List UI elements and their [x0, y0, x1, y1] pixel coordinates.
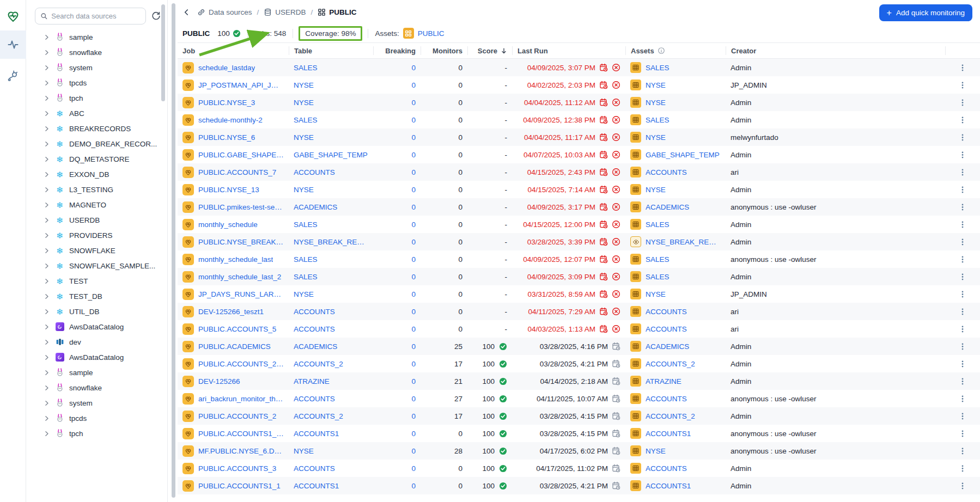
- job-link[interactable]: DEV-125266_teszt1: [198, 308, 264, 316]
- row-menu-button[interactable]: [950, 394, 975, 403]
- col-breaking[interactable]: Breaking: [373, 46, 421, 55]
- asset-link[interactable]: ACCOUNTS: [646, 325, 687, 333]
- asset-link[interactable]: ACADEMICS: [646, 203, 689, 211]
- breaking-count[interactable]: 0: [411, 377, 416, 385]
- job-link[interactable]: PUBLIC.NYSE_3: [198, 99, 255, 107]
- table-link[interactable]: ATRAZINE: [294, 377, 330, 385]
- row-menu-button[interactable]: [950, 220, 975, 229]
- job-link[interactable]: PUBLIC.ACCOUNTS_2_1: [198, 360, 284, 368]
- cancel-circle-icon[interactable]: [612, 115, 620, 124]
- breaking-count[interactable]: 0: [411, 64, 416, 72]
- row-menu-button[interactable]: [950, 325, 975, 334]
- job-link[interactable]: JP_POSTMAN_API_JOB_...: [198, 81, 284, 89]
- asset-link[interactable]: SALES: [646, 273, 669, 281]
- nav-integrations-icon[interactable]: [0, 62, 26, 90]
- sidebar-item-test[interactable]: ❄TEST: [26, 273, 167, 289]
- job-link[interactable]: PUBLIC.NYSE_BREAK_RE...: [198, 238, 284, 246]
- breaking-count[interactable]: 0: [411, 81, 416, 89]
- sidebar-item-dev[interactable]: dev: [26, 334, 167, 350]
- col-job[interactable]: Job: [178, 46, 289, 55]
- breaking-count[interactable]: 0: [411, 290, 416, 298]
- cancel-circle-icon[interactable]: [612, 220, 620, 229]
- col-last-run[interactable]: Last Run: [512, 46, 625, 55]
- app-logo-heart-pulse-icon[interactable]: [0, 2, 26, 30]
- job-link[interactable]: PUBLIC.ACCOUNTS1_1: [198, 482, 281, 490]
- breaking-count[interactable]: 0: [411, 325, 416, 333]
- table-link[interactable]: NYSE: [294, 290, 314, 298]
- panel-resizer-scrollbar[interactable]: [172, 3, 175, 498]
- sidebar-item-util-db[interactable]: ❄UTIL_DB: [26, 304, 167, 319]
- chevron-right-icon[interactable]: [43, 369, 50, 376]
- cancel-circle-icon[interactable]: [612, 81, 620, 89]
- job-link[interactable]: ari_backrun_monitor_thin...: [198, 395, 284, 403]
- row-menu-button[interactable]: [950, 203, 975, 212]
- table-link[interactable]: ACCOUNTS: [294, 325, 335, 333]
- breaking-count[interactable]: 0: [411, 255, 416, 264]
- sidebar-item-tpch[interactable]: tpch: [26, 90, 167, 106]
- job-link[interactable]: MF.PUBLIC.NYSE_6.DEV-...: [198, 447, 284, 455]
- asset-link[interactable]: NYSE: [646, 290, 666, 298]
- chevron-right-icon[interactable]: [43, 95, 50, 102]
- breadcrumb-userdb[interactable]: USERDB: [264, 8, 306, 16]
- col-monitors[interactable]: Monitors: [421, 46, 467, 55]
- chevron-right-icon[interactable]: [43, 339, 50, 346]
- sidebar-item-breakrecords[interactable]: ❄BREAKRECORDS: [26, 121, 167, 136]
- chevron-right-icon[interactable]: [43, 171, 50, 178]
- breaking-count[interactable]: 0: [411, 99, 416, 107]
- job-link[interactable]: schedule-monthly-2: [198, 116, 263, 124]
- row-menu-button[interactable]: [950, 429, 975, 438]
- chevron-right-icon[interactable]: [43, 293, 50, 300]
- row-menu-button[interactable]: [950, 185, 975, 194]
- sidebar-item-tpch[interactable]: tpch: [26, 426, 167, 441]
- row-menu-button[interactable]: [950, 481, 975, 491]
- breaking-count[interactable]: 0: [411, 203, 416, 211]
- job-link[interactable]: monthly_schedule_last: [198, 255, 273, 264]
- table-link[interactable]: ACADEMICS: [294, 342, 337, 351]
- table-link[interactable]: ACCOUNTS1: [294, 482, 339, 490]
- table-link[interactable]: SALES: [294, 273, 318, 281]
- table-link[interactable]: SALES: [294, 64, 318, 72]
- breaking-count[interactable]: 0: [411, 221, 416, 229]
- sidebar-item-magneto[interactable]: ❄MAGNETO: [26, 197, 167, 212]
- job-link[interactable]: PUBLIC.ACCOUNTS_2: [198, 412, 276, 420]
- cancel-circle-icon[interactable]: [612, 150, 620, 159]
- job-link[interactable]: schedule_lastday: [198, 64, 255, 72]
- job-link[interactable]: PUBLIC.NYSE_13: [198, 186, 259, 194]
- sidebar-item-awsdatacatalog[interactable]: AwsDataCatalog: [26, 350, 167, 365]
- asset-link[interactable]: ACADEMICS: [646, 342, 689, 351]
- sidebar-item-abc[interactable]: ❄ABC: [26, 106, 167, 121]
- sidebar-item-snowflake[interactable]: ❄SNOWFLAKE: [26, 243, 167, 258]
- asset-link[interactable]: ACCOUNTS: [646, 464, 687, 473]
- chevron-right-icon[interactable]: [43, 262, 50, 270]
- job-link[interactable]: PUBLIC.ACCOUNTS_7: [198, 168, 276, 176]
- chevron-right-icon[interactable]: [43, 201, 50, 209]
- sidebar-item-l3-testing[interactable]: ❄L3_TESTING: [26, 182, 167, 197]
- sidebar-item-userdb[interactable]: ❄USERDB: [26, 212, 167, 228]
- sidebar-item-demo-break-recor-[interactable]: ❄DEMO_BREAK_RECOR...: [26, 136, 167, 151]
- table-link[interactable]: NYSE_BREAK_RECOR...: [294, 238, 368, 246]
- breaking-count[interactable]: 0: [411, 133, 416, 142]
- breaking-count[interactable]: 0: [411, 430, 416, 438]
- asset-link[interactable]: GABE_SHAPE_TEMP: [646, 151, 720, 159]
- row-menu-button[interactable]: [950, 168, 975, 177]
- chevron-right-icon[interactable]: [43, 232, 50, 239]
- cancel-circle-icon[interactable]: [612, 203, 620, 211]
- asset-link[interactable]: ACCOUNTS1: [646, 482, 691, 490]
- schema-asset-link[interactable]: PUBLIC: [418, 29, 445, 38]
- sidebar-item-dq-metastore[interactable]: ❄DQ_METASTORE: [26, 151, 167, 167]
- breaking-count[interactable]: 0: [411, 116, 416, 124]
- breaking-count[interactable]: 0: [411, 273, 416, 281]
- asset-link[interactable]: NYSE: [646, 99, 666, 107]
- col-score[interactable]: Score: [467, 46, 512, 55]
- row-menu-button[interactable]: [950, 115, 975, 125]
- chevron-right-icon[interactable]: [43, 430, 50, 437]
- back-chevron-icon[interactable]: [182, 8, 191, 16]
- cancel-circle-icon[interactable]: [612, 133, 620, 142]
- table-link[interactable]: SALES: [294, 255, 318, 264]
- sidebar-item-tpcds[interactable]: tpcds: [26, 75, 167, 90]
- job-link[interactable]: PUBLIC.ACADEMICS: [198, 342, 271, 351]
- cancel-circle-icon[interactable]: [612, 290, 620, 298]
- sidebar-item-system[interactable]: system: [26, 395, 167, 411]
- table-link[interactable]: ACCOUNTS: [294, 308, 335, 316]
- col-table[interactable]: Table: [289, 46, 373, 55]
